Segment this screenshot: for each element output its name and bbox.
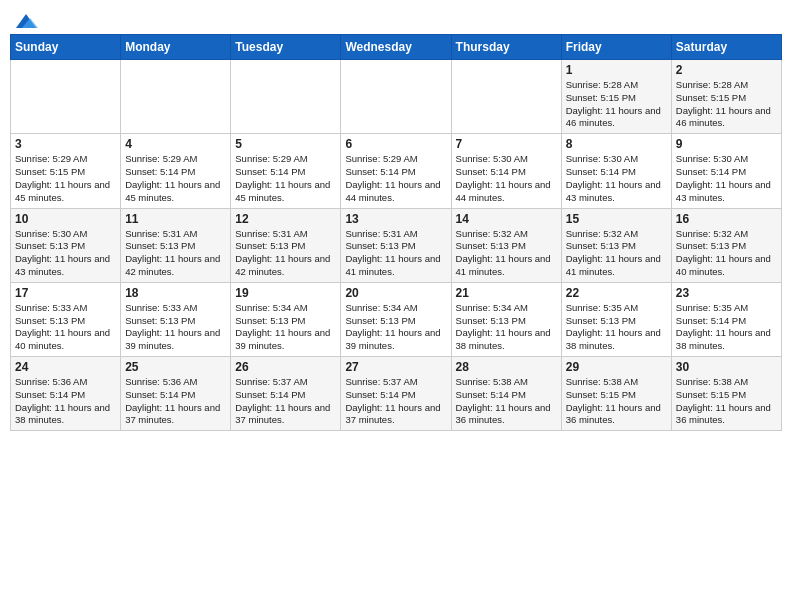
calendar-cell: 18Sunrise: 5:33 AM Sunset: 5:13 PM Dayli…	[121, 282, 231, 356]
calendar-cell: 25Sunrise: 5:36 AM Sunset: 5:14 PM Dayli…	[121, 357, 231, 431]
weekday-header-thursday: Thursday	[451, 35, 561, 60]
day-number: 3	[15, 137, 116, 151]
day-info: Sunrise: 5:33 AM Sunset: 5:13 PM Dayligh…	[125, 302, 226, 353]
calendar-cell: 7Sunrise: 5:30 AM Sunset: 5:14 PM Daylig…	[451, 134, 561, 208]
day-info: Sunrise: 5:38 AM Sunset: 5:15 PM Dayligh…	[676, 376, 777, 427]
day-number: 14	[456, 212, 557, 226]
calendar-cell: 26Sunrise: 5:37 AM Sunset: 5:14 PM Dayli…	[231, 357, 341, 431]
day-info: Sunrise: 5:33 AM Sunset: 5:13 PM Dayligh…	[15, 302, 116, 353]
weekday-header-wednesday: Wednesday	[341, 35, 451, 60]
calendar-week-row: 10Sunrise: 5:30 AM Sunset: 5:13 PM Dayli…	[11, 208, 782, 282]
weekday-header-sunday: Sunday	[11, 35, 121, 60]
calendar-cell: 16Sunrise: 5:32 AM Sunset: 5:13 PM Dayli…	[671, 208, 781, 282]
calendar-cell: 24Sunrise: 5:36 AM Sunset: 5:14 PM Dayli…	[11, 357, 121, 431]
calendar-cell: 4Sunrise: 5:29 AM Sunset: 5:14 PM Daylig…	[121, 134, 231, 208]
calendar-cell: 11Sunrise: 5:31 AM Sunset: 5:13 PM Dayli…	[121, 208, 231, 282]
calendar-cell: 6Sunrise: 5:29 AM Sunset: 5:14 PM Daylig…	[341, 134, 451, 208]
day-info: Sunrise: 5:30 AM Sunset: 5:14 PM Dayligh…	[456, 153, 557, 204]
day-number: 11	[125, 212, 226, 226]
day-number: 29	[566, 360, 667, 374]
day-number: 17	[15, 286, 116, 300]
weekday-header-monday: Monday	[121, 35, 231, 60]
day-number: 18	[125, 286, 226, 300]
day-number: 9	[676, 137, 777, 151]
day-number: 2	[676, 63, 777, 77]
calendar-cell: 13Sunrise: 5:31 AM Sunset: 5:13 PM Dayli…	[341, 208, 451, 282]
calendar-week-row: 17Sunrise: 5:33 AM Sunset: 5:13 PM Dayli…	[11, 282, 782, 356]
day-info: Sunrise: 5:30 AM Sunset: 5:13 PM Dayligh…	[15, 228, 116, 279]
day-info: Sunrise: 5:37 AM Sunset: 5:14 PM Dayligh…	[345, 376, 446, 427]
day-number: 13	[345, 212, 446, 226]
day-number: 12	[235, 212, 336, 226]
day-info: Sunrise: 5:38 AM Sunset: 5:15 PM Dayligh…	[566, 376, 667, 427]
calendar-cell: 2Sunrise: 5:28 AM Sunset: 5:15 PM Daylig…	[671, 60, 781, 134]
calendar-cell	[231, 60, 341, 134]
calendar-cell: 29Sunrise: 5:38 AM Sunset: 5:15 PM Dayli…	[561, 357, 671, 431]
calendar-cell: 20Sunrise: 5:34 AM Sunset: 5:13 PM Dayli…	[341, 282, 451, 356]
day-info: Sunrise: 5:30 AM Sunset: 5:14 PM Dayligh…	[676, 153, 777, 204]
calendar-cell: 19Sunrise: 5:34 AM Sunset: 5:13 PM Dayli…	[231, 282, 341, 356]
day-number: 10	[15, 212, 116, 226]
day-info: Sunrise: 5:32 AM Sunset: 5:13 PM Dayligh…	[566, 228, 667, 279]
day-info: Sunrise: 5:32 AM Sunset: 5:13 PM Dayligh…	[676, 228, 777, 279]
day-info: Sunrise: 5:29 AM Sunset: 5:14 PM Dayligh…	[235, 153, 336, 204]
weekday-header-friday: Friday	[561, 35, 671, 60]
day-number: 16	[676, 212, 777, 226]
day-number: 4	[125, 137, 226, 151]
weekday-header-saturday: Saturday	[671, 35, 781, 60]
calendar-cell	[341, 60, 451, 134]
day-number: 8	[566, 137, 667, 151]
day-number: 22	[566, 286, 667, 300]
day-number: 26	[235, 360, 336, 374]
calendar-cell: 1Sunrise: 5:28 AM Sunset: 5:15 PM Daylig…	[561, 60, 671, 134]
day-info: Sunrise: 5:29 AM Sunset: 5:14 PM Dayligh…	[345, 153, 446, 204]
calendar-cell: 8Sunrise: 5:30 AM Sunset: 5:14 PM Daylig…	[561, 134, 671, 208]
day-info: Sunrise: 5:34 AM Sunset: 5:13 PM Dayligh…	[456, 302, 557, 353]
calendar-cell: 3Sunrise: 5:29 AM Sunset: 5:15 PM Daylig…	[11, 134, 121, 208]
day-number: 6	[345, 137, 446, 151]
calendar-cell: 23Sunrise: 5:35 AM Sunset: 5:14 PM Dayli…	[671, 282, 781, 356]
calendar-cell: 27Sunrise: 5:37 AM Sunset: 5:14 PM Dayli…	[341, 357, 451, 431]
calendar-cell: 15Sunrise: 5:32 AM Sunset: 5:13 PM Dayli…	[561, 208, 671, 282]
day-info: Sunrise: 5:35 AM Sunset: 5:14 PM Dayligh…	[676, 302, 777, 353]
day-info: Sunrise: 5:32 AM Sunset: 5:13 PM Dayligh…	[456, 228, 557, 279]
day-number: 7	[456, 137, 557, 151]
calendar-cell: 9Sunrise: 5:30 AM Sunset: 5:14 PM Daylig…	[671, 134, 781, 208]
day-info: Sunrise: 5:31 AM Sunset: 5:13 PM Dayligh…	[345, 228, 446, 279]
calendar-cell: 5Sunrise: 5:29 AM Sunset: 5:14 PM Daylig…	[231, 134, 341, 208]
calendar-cell: 12Sunrise: 5:31 AM Sunset: 5:13 PM Dayli…	[231, 208, 341, 282]
logo	[10, 10, 40, 28]
day-number: 25	[125, 360, 226, 374]
calendar-week-row: 1Sunrise: 5:28 AM Sunset: 5:15 PM Daylig…	[11, 60, 782, 134]
day-number: 24	[15, 360, 116, 374]
day-number: 23	[676, 286, 777, 300]
day-number: 1	[566, 63, 667, 77]
calendar-week-row: 3Sunrise: 5:29 AM Sunset: 5:15 PM Daylig…	[11, 134, 782, 208]
day-number: 28	[456, 360, 557, 374]
day-number: 19	[235, 286, 336, 300]
day-info: Sunrise: 5:30 AM Sunset: 5:14 PM Dayligh…	[566, 153, 667, 204]
day-number: 27	[345, 360, 446, 374]
day-info: Sunrise: 5:36 AM Sunset: 5:14 PM Dayligh…	[15, 376, 116, 427]
day-info: Sunrise: 5:28 AM Sunset: 5:15 PM Dayligh…	[566, 79, 667, 130]
calendar-cell: 22Sunrise: 5:35 AM Sunset: 5:13 PM Dayli…	[561, 282, 671, 356]
day-number: 5	[235, 137, 336, 151]
calendar-cell: 30Sunrise: 5:38 AM Sunset: 5:15 PM Dayli…	[671, 357, 781, 431]
day-info: Sunrise: 5:29 AM Sunset: 5:15 PM Dayligh…	[15, 153, 116, 204]
page-header	[10, 10, 782, 28]
day-info: Sunrise: 5:34 AM Sunset: 5:13 PM Dayligh…	[345, 302, 446, 353]
day-info: Sunrise: 5:28 AM Sunset: 5:15 PM Dayligh…	[676, 79, 777, 130]
calendar-cell: 21Sunrise: 5:34 AM Sunset: 5:13 PM Dayli…	[451, 282, 561, 356]
calendar-table: SundayMondayTuesdayWednesdayThursdayFrid…	[10, 34, 782, 431]
day-info: Sunrise: 5:31 AM Sunset: 5:13 PM Dayligh…	[125, 228, 226, 279]
weekday-header-tuesday: Tuesday	[231, 35, 341, 60]
calendar-cell	[11, 60, 121, 134]
day-info: Sunrise: 5:38 AM Sunset: 5:14 PM Dayligh…	[456, 376, 557, 427]
calendar-cell: 28Sunrise: 5:38 AM Sunset: 5:14 PM Dayli…	[451, 357, 561, 431]
calendar-cell: 10Sunrise: 5:30 AM Sunset: 5:13 PM Dayli…	[11, 208, 121, 282]
calendar-cell	[451, 60, 561, 134]
day-number: 15	[566, 212, 667, 226]
calendar-cell: 17Sunrise: 5:33 AM Sunset: 5:13 PM Dayli…	[11, 282, 121, 356]
day-info: Sunrise: 5:29 AM Sunset: 5:14 PM Dayligh…	[125, 153, 226, 204]
day-number: 21	[456, 286, 557, 300]
